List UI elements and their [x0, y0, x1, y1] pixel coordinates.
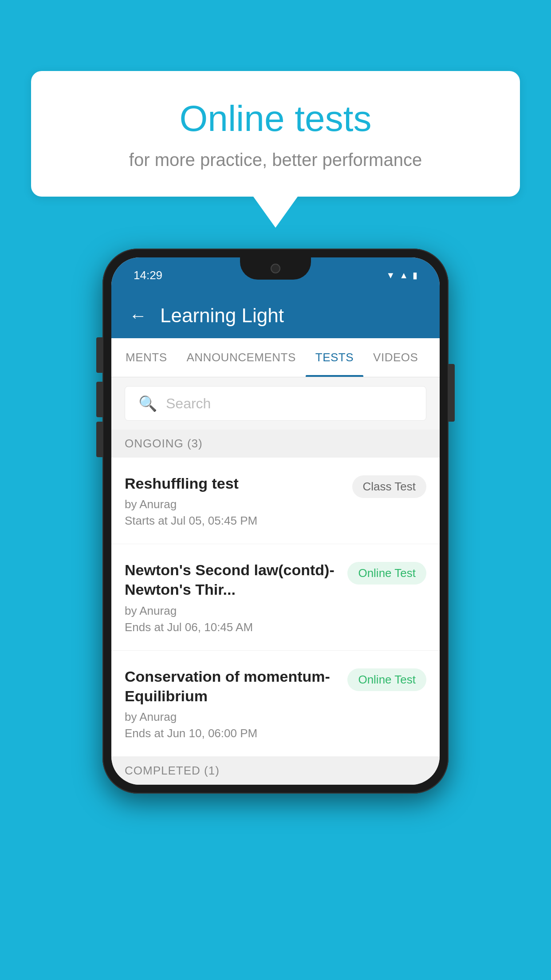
- test-item-content: Conservation of momentum-Equilibrium by …: [125, 667, 338, 740]
- test-by: by Anurag: [125, 604, 338, 618]
- test-date: Ends at Jul 06, 10:45 AM: [125, 620, 338, 634]
- completed-label: COMPLETED (1): [125, 764, 220, 777]
- test-list: Reshuffling test by Anurag Starts at Jul…: [111, 458, 440, 757]
- test-badge-class: Class Test: [352, 475, 426, 498]
- battery-icon: ▮: [413, 270, 417, 281]
- app-title: Learning Light: [160, 304, 284, 327]
- tab-tests[interactable]: TESTS: [306, 338, 363, 377]
- bubble-subtitle: for more practice, better performance: [67, 150, 484, 170]
- test-badge-online: Online Test: [347, 668, 426, 691]
- ongoing-label: ONGOING (3): [125, 437, 203, 450]
- search-bar[interactable]: 🔍 Search: [125, 386, 426, 421]
- back-button[interactable]: ←: [129, 306, 147, 326]
- phone-notch: [240, 257, 311, 280]
- app-header: ← Learning Light: [111, 293, 440, 338]
- completed-section-header: COMPLETED (1): [111, 757, 440, 785]
- test-title: Newton's Second law(contd)-Newton's Thir…: [125, 560, 338, 599]
- tab-videos[interactable]: VIDEOS: [363, 338, 428, 377]
- tabs-bar: MENTS ANNOUNCEMENTS TESTS VIDEOS: [111, 338, 440, 377]
- test-badge-online: Online Test: [347, 562, 426, 585]
- test-item[interactable]: Reshuffling test by Anurag Starts at Jul…: [111, 458, 440, 544]
- front-camera: [271, 264, 280, 273]
- ongoing-section-header: ONGOING (3): [111, 430, 440, 458]
- test-by: by Anurag: [125, 710, 338, 724]
- bubble-title: Online tests: [67, 98, 484, 139]
- test-item-content: Newton's Second law(contd)-Newton's Thir…: [125, 560, 338, 634]
- test-item-content: Reshuffling test by Anurag Starts at Jul…: [125, 474, 343, 528]
- test-date: Ends at Jun 10, 06:00 PM: [125, 727, 338, 740]
- phone-mockup: 14:29 ▼ ▲ ▮ ← Learning Light MENTS: [102, 249, 449, 794]
- search-container: 🔍 Search: [111, 377, 440, 430]
- bubble-arrow: [253, 197, 298, 228]
- signal-icon: ▲: [399, 270, 408, 281]
- phone-screen: 14:29 ▼ ▲ ▮ ← Learning Light MENTS: [111, 257, 440, 785]
- status-icons: ▼ ▲ ▮: [386, 270, 417, 281]
- test-item[interactable]: Conservation of momentum-Equilibrium by …: [111, 651, 440, 757]
- tab-ments[interactable]: MENTS: [116, 338, 177, 377]
- test-by: by Anurag: [125, 498, 343, 511]
- test-date: Starts at Jul 05, 05:45 PM: [125, 514, 343, 528]
- status-time: 14:29: [134, 269, 162, 282]
- test-title: Reshuffling test: [125, 474, 343, 493]
- bubble-card: Online tests for more practice, better p…: [31, 71, 520, 197]
- search-icon: 🔍: [138, 395, 157, 412]
- status-bar: 14:29 ▼ ▲ ▮: [111, 257, 440, 293]
- wifi-icon: ▼: [386, 270, 395, 281]
- test-title: Conservation of momentum-Equilibrium: [125, 667, 338, 706]
- tab-announcements[interactable]: ANNOUNCEMENTS: [177, 338, 306, 377]
- promo-bubble: Online tests for more practice, better p…: [31, 71, 520, 228]
- search-placeholder: Search: [166, 395, 211, 412]
- test-item[interactable]: Newton's Second law(contd)-Newton's Thir…: [111, 544, 440, 650]
- phone-outer: 14:29 ▼ ▲ ▮ ← Learning Light MENTS: [102, 249, 449, 794]
